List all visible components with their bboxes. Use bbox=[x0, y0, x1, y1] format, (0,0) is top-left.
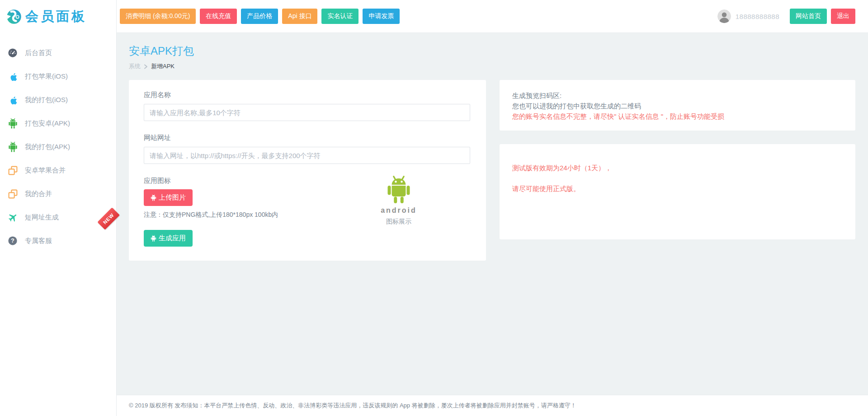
qr-preview-line2: 您也可以进我的打包中获取您生成的二维码 bbox=[512, 101, 843, 111]
sidebar-item-label: 我的合并 bbox=[25, 190, 52, 198]
android-icon bbox=[6, 141, 19, 152]
sidebar-item-my-merges[interactable]: 我的合并 bbox=[0, 182, 116, 206]
plane-icon bbox=[6, 212, 19, 223]
sidebar-item-merge-android-ios[interactable]: 安卓苹果合并 bbox=[0, 159, 116, 182]
android-icon bbox=[151, 194, 156, 201]
sidebar-item-label: 专属客服 bbox=[25, 237, 52, 245]
copyright-text: © 2019 版权所有 发布须知：本平台严禁上传色情、反动、政治、非法博彩类等违… bbox=[129, 402, 576, 410]
apk-form-card: 应用名称 网站网址 应用图标 上传图片 注意：仅支持PNG格式,上传180*18… bbox=[129, 80, 486, 261]
member-panel-app: 会员面板 后台首页 打包苹果(iOS) 我的打包(iOS) 打包安卓(APK) … bbox=[0, 0, 868, 416]
user-avatar bbox=[717, 9, 731, 23]
icon-preview-caption: 图标展示 bbox=[369, 218, 428, 226]
dashboard-icon bbox=[6, 48, 19, 58]
android-icon bbox=[6, 118, 19, 129]
breadcrumb-root[interactable]: 系统 bbox=[129, 62, 141, 70]
invoice-request-button[interactable]: 申请发票 bbox=[363, 9, 400, 24]
sidebar-item-label: 安卓苹果合并 bbox=[25, 166, 66, 175]
apple-icon bbox=[6, 71, 19, 82]
upload-image-button[interactable]: 上传图片 bbox=[144, 189, 193, 206]
sidebar: 会员面板 后台首页 打包苹果(iOS) 我的打包(iOS) 打包安卓(APK) … bbox=[0, 0, 117, 416]
real-name-auth-button[interactable]: 实名认证 bbox=[321, 9, 359, 24]
qr-preview-card: 生成预览扫码区: 您也可以进我的打包中获取您生成的二维码 您的账号实名信息不完整… bbox=[500, 80, 855, 131]
generate-app-button[interactable]: 生成应用 bbox=[144, 230, 193, 247]
apple-icon bbox=[6, 95, 19, 105]
footer: © 2019 版权所有 发布须知：本平台严禁上传色情、反动、政治、非法博彩类等违… bbox=[117, 395, 868, 416]
trial-notice-line1: 测试版有效期为24小时（1天）， bbox=[512, 164, 843, 173]
brand-swirl-icon bbox=[6, 9, 22, 25]
upload-image-label: 上传图片 bbox=[159, 193, 186, 202]
logout-button[interactable]: 退出 bbox=[831, 9, 855, 24]
sidebar-item-short-url[interactable]: 短网址生成 bbox=[0, 206, 116, 229]
trial-notice-line2: 请尽可能使用正式版。 bbox=[512, 185, 843, 193]
consumption-detail-button[interactable]: 消费明细 (余额:0.00元) bbox=[120, 9, 196, 24]
sidebar-item-my-packages-apk[interactable]: 我的打包(APK) bbox=[0, 135, 116, 159]
chevron-right-icon bbox=[144, 64, 148, 69]
sidebar-item-label: 我的打包(iOS) bbox=[25, 96, 68, 104]
sidebar-item-dashboard[interactable]: 后台首页 bbox=[0, 41, 116, 65]
question-circle-icon bbox=[6, 236, 19, 246]
site-home-button[interactable]: 网站首页 bbox=[790, 9, 827, 24]
right-column: 生成预览扫码区: 您也可以进我的打包中获取您生成的二维码 您的账号实名信息不完整… bbox=[500, 80, 855, 239]
breadcrumb: 系统 新增APK bbox=[129, 62, 855, 70]
topbar: 消费明细 (余额:0.00元) 在线充值 产品价格 Api 接口 实名认证 申请… bbox=[117, 0, 868, 33]
main-column: 消费明细 (余额:0.00元) 在线充值 产品价格 Api 接口 实名认证 申请… bbox=[117, 0, 868, 416]
breadcrumb-current: 新增APK bbox=[151, 62, 175, 70]
app-name-label: 应用名称 bbox=[144, 91, 470, 99]
site-url-input[interactable] bbox=[144, 147, 470, 164]
sidebar-item-customer-service[interactable]: 专属客服 bbox=[0, 229, 116, 252]
page-title: 安卓APK打包 bbox=[129, 44, 855, 58]
app-icon-preview: android 图标展示 bbox=[369, 175, 428, 226]
topbar-button-group: 消费明细 (余额:0.00元) 在线充值 产品价格 Api 接口 实名认证 申请… bbox=[120, 9, 400, 24]
user-phone: 18888888888 bbox=[736, 13, 779, 20]
android-robot-icon bbox=[386, 175, 411, 204]
sidebar-item-package-apk[interactable]: 打包安卓(APK) bbox=[0, 112, 116, 135]
brand-title: 会员面板 bbox=[25, 8, 87, 26]
sidebar-item-package-ios[interactable]: 打包苹果(iOS) bbox=[0, 65, 116, 88]
logo: 会员面板 bbox=[0, 0, 116, 33]
sidebar-item-label: 后台首页 bbox=[25, 49, 52, 57]
generate-app-label: 生成应用 bbox=[159, 234, 186, 243]
trial-notice-card: 测试版有效期为24小时（1天）， 请尽可能使用正式版。 bbox=[500, 144, 855, 239]
android-icon bbox=[151, 235, 156, 242]
sidebar-item-label: 我的打包(APK) bbox=[25, 143, 70, 151]
api-button[interactable]: Api 接口 bbox=[282, 9, 317, 24]
content-area: 安卓APK打包 系统 新增APK 应用名称 网站网址 应用图标 bbox=[117, 33, 868, 395]
real-name-warning: 您的账号实名信息不完整，请尽快" 认证实名信息 "，防止账号功能受损 bbox=[512, 111, 843, 122]
online-recharge-button[interactable]: 在线充值 bbox=[200, 9, 237, 24]
site-url-label: 网站网址 bbox=[144, 134, 470, 142]
topbar-user-area: 18888888888 网站首页 退出 bbox=[717, 9, 855, 24]
sidebar-item-label: 打包安卓(APK) bbox=[25, 119, 70, 128]
sidebar-item-my-packages-ios[interactable]: 我的打包(iOS) bbox=[0, 88, 116, 112]
cards-row: 应用名称 网站网址 应用图标 上传图片 注意：仅支持PNG格式,上传180*18… bbox=[129, 80, 855, 261]
merge-copy-icon bbox=[6, 189, 19, 199]
merge-copy-icon bbox=[6, 165, 19, 176]
sidebar-item-label: 打包苹果(iOS) bbox=[25, 72, 68, 81]
product-price-button[interactable]: 产品价格 bbox=[241, 9, 278, 24]
android-logotype: android bbox=[369, 206, 428, 215]
app-name-input[interactable] bbox=[144, 104, 470, 121]
sidebar-item-label: 短网址生成 bbox=[25, 213, 59, 222]
qr-preview-line1: 生成预览扫码区: bbox=[512, 90, 843, 101]
